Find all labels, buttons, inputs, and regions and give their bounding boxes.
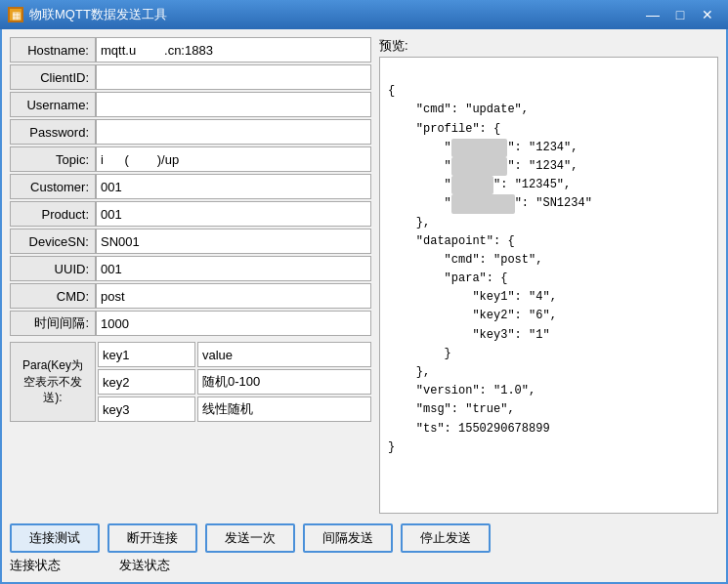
para-rows — [98, 342, 371, 422]
window-title: 物联MQTT数据发送工具 — [29, 6, 640, 23]
para-key-3[interactable] — [98, 396, 195, 422]
preview-box: { "cmd": "update", "profile": { "XXXXXXX… — [379, 57, 718, 514]
hostname-input[interactable] — [96, 37, 371, 63]
devicesn-label: DeviceSN: — [10, 229, 96, 254]
content-area: Hostname: ClientID: Username: Password: … — [10, 37, 718, 514]
connect-test-button[interactable]: 连接测试 — [10, 523, 100, 553]
topic-label: Topic: — [10, 146, 96, 172]
username-input[interactable] — [96, 92, 371, 117]
main-window: Hostname: ClientID: Username: Password: … — [0, 29, 728, 584]
para-value-2[interactable] — [197, 369, 371, 395]
hostname-label: Hostname: — [10, 37, 96, 63]
status-row: 连接状态 发送状态 — [10, 557, 718, 574]
interval-input[interactable] — [96, 311, 371, 336]
cmd-row: CMD: — [10, 283, 371, 309]
para-value-3[interactable] — [197, 396, 371, 422]
topic-input[interactable] — [96, 146, 371, 172]
send-interval-button[interactable]: 间隔发送 — [303, 523, 393, 553]
cmd-input[interactable] — [96, 283, 371, 309]
left-panel: Hostname: ClientID: Username: Password: … — [10, 37, 371, 514]
password-input[interactable] — [96, 119, 371, 145]
app-icon: ▦ — [8, 7, 23, 22]
para-value-1[interactable] — [197, 342, 371, 367]
customer-input[interactable] — [96, 174, 371, 199]
maximize-button[interactable]: □ — [667, 5, 693, 24]
para-key-1[interactable] — [98, 342, 195, 367]
window-controls: — □ ✕ — [640, 5, 720, 24]
right-panel: 预览: { "cmd": "update", "profile": { "XXX… — [379, 37, 718, 514]
clientid-row: ClientID: — [10, 64, 371, 90]
uuid-label: UUID: — [10, 256, 96, 281]
username-label: Username: — [10, 92, 96, 117]
para-label: Para(Key为空表示不发送): — [10, 342, 96, 422]
minimize-button[interactable]: — — [640, 5, 665, 24]
product-input[interactable] — [96, 201, 371, 227]
connection-status: 连接状态 — [10, 557, 61, 574]
password-row: Password: — [10, 119, 371, 145]
title-bar: ▦ 物联MQTT数据发送工具 — □ ✕ — [0, 0, 728, 29]
interval-row: 时间间隔: — [10, 311, 371, 336]
send-status: 发送状态 — [119, 557, 170, 574]
devicesn-input[interactable] — [96, 229, 371, 254]
product-label: Product: — [10, 201, 96, 227]
disconnect-button[interactable]: 断开连接 — [107, 523, 197, 553]
product-row: Product: — [10, 201, 371, 227]
clientid-label: ClientID: — [10, 64, 96, 90]
customer-row: Customer: — [10, 174, 371, 199]
para-row-1 — [98, 342, 371, 367]
topic-row: Topic: — [10, 146, 371, 172]
username-row: Username: — [10, 92, 371, 117]
button-row: 连接测试 断开连接 发送一次 间隔发送 停止发送 — [10, 523, 718, 553]
password-label: Password: — [10, 119, 96, 145]
para-row-2 — [98, 369, 371, 395]
stop-send-button[interactable]: 停止发送 — [401, 523, 491, 553]
close-button[interactable]: ✕ — [695, 5, 720, 24]
para-key-2[interactable] — [98, 369, 195, 395]
bottom-bar: 连接测试 断开连接 发送一次 间隔发送 停止发送 连接状态 发送状态 — [10, 520, 718, 574]
hostname-row: Hostname: — [10, 37, 371, 63]
customer-label: Customer: — [10, 174, 96, 199]
interval-label: 时间间隔: — [10, 311, 96, 336]
send-once-button[interactable]: 发送一次 — [205, 523, 295, 553]
uuid-row: UUID: — [10, 256, 371, 281]
para-row-3 — [98, 396, 371, 422]
cmd-label: CMD: — [10, 283, 96, 309]
uuid-input[interactable] — [96, 256, 371, 281]
preview-label: 预览: — [379, 37, 718, 55]
clientid-input[interactable] — [96, 64, 371, 90]
para-section: Para(Key为空表示不发送): — [10, 342, 371, 422]
devicesn-row: DeviceSN: — [10, 229, 371, 254]
